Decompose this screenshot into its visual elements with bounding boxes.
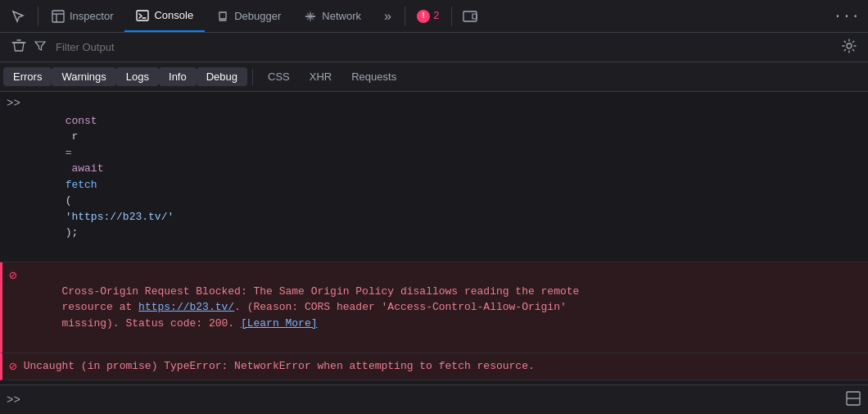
svg-rect-0 (52, 11, 64, 22)
inspector-label: Inspector (70, 10, 113, 22)
tab-requests[interactable]: Requests (341, 67, 406, 86)
toolbar-separator (38, 7, 38, 26)
console-output: >> const r = await fetch ( 'https://b23.… (0, 92, 868, 384)
toolbar-separator-3 (451, 7, 452, 26)
command-prompt: >> (7, 97, 20, 110)
svg-rect-7 (463, 11, 477, 21)
paren-close: ); (66, 226, 79, 239)
picker-button[interactable] (0, 0, 36, 32)
error-icon-2: ⊘ (9, 358, 17, 375)
tab-warnings[interactable]: Warnings (52, 67, 115, 86)
inspector-button[interactable]: Inspector (40, 0, 124, 32)
console-button[interactable]: Console (124, 0, 205, 32)
debugger-icon (216, 10, 229, 23)
clear-output-button[interactable] (7, 35, 31, 60)
split-console-button[interactable] (845, 390, 861, 410)
network-icon (304, 10, 317, 23)
bottom-prompt-icon: >> (7, 394, 20, 407)
inspector-icon (52, 10, 65, 23)
tab-css[interactable]: CSS (258, 67, 300, 86)
filter-tabs: Errors Warnings Logs Info Debug CSS XHR … (0, 62, 868, 92)
more-tools-button[interactable]: » (373, 0, 403, 32)
tab-errors[interactable]: Errors (3, 67, 52, 86)
error-icon-1: ⊘ (9, 267, 17, 284)
picker-icon (11, 10, 25, 23)
debugger-button[interactable]: Debugger (205, 0, 292, 32)
error-badge[interactable]: ! 2 (407, 10, 450, 23)
tabs-divider (252, 69, 253, 85)
func-fetch: fetch (66, 179, 97, 191)
settings-button[interactable] (837, 35, 861, 60)
console-icon (136, 9, 149, 22)
debugger-label: Debugger (234, 10, 281, 22)
op-assign: = (66, 147, 72, 159)
learn-more-link[interactable]: [Learn More] (241, 317, 318, 330)
network-button[interactable]: Network (292, 0, 373, 32)
error-dot-icon: ! (417, 10, 430, 23)
filter-bar (0, 33, 868, 62)
command-text: const r = await fetch ( 'https://b23.tv/… (27, 97, 861, 257)
network-label: Network (322, 10, 361, 22)
svg-rect-8 (472, 14, 477, 19)
svg-rect-3 (137, 11, 148, 20)
svg-point-9 (847, 43, 852, 48)
tab-logs[interactable]: Logs (116, 67, 159, 86)
keyword-const: const (66, 115, 97, 127)
svg-marker-5 (219, 12, 226, 19)
toolbar-separator-2 (405, 7, 405, 26)
more-options-icon: ··· (834, 8, 860, 25)
error-line-1: ⊘ Cross-Origin Request Blocked: The Same… (0, 262, 868, 353)
filter-icon (34, 40, 46, 55)
tab-info[interactable]: Info (159, 67, 197, 86)
console-label: Console (154, 9, 193, 21)
tab-xhr[interactable]: XHR (300, 67, 341, 86)
console-command-line: >> const r = await fetch ( 'https://b23.… (0, 92, 868, 262)
error-line-2: ⊘ Uncaught (in promise) TypeError: Netwo… (0, 353, 868, 380)
more-options-button[interactable]: ··· (825, 8, 868, 25)
tab-debug[interactable]: Debug (197, 67, 247, 86)
error-count: 2 (433, 10, 440, 22)
paren-open: ( (66, 194, 72, 207)
more-tools-icon: » (384, 9, 391, 24)
keyword-await: await (66, 162, 111, 175)
filter-input[interactable] (49, 38, 837, 57)
responsive-button[interactable] (454, 8, 486, 25)
error-text-1: Cross-Origin Request Blocked: The Same O… (24, 267, 861, 348)
top-toolbar: Inspector Console Debugger (0, 0, 868, 33)
error-link-url[interactable]: https://b23.tv/ (138, 301, 234, 313)
bottom-bar: >> (0, 384, 868, 414)
error-text-2: Uncaught (in promise) TypeError: Network… (24, 358, 861, 375)
var-r: r (66, 130, 84, 143)
string-url: 'https://b23.tv/' (66, 211, 174, 223)
